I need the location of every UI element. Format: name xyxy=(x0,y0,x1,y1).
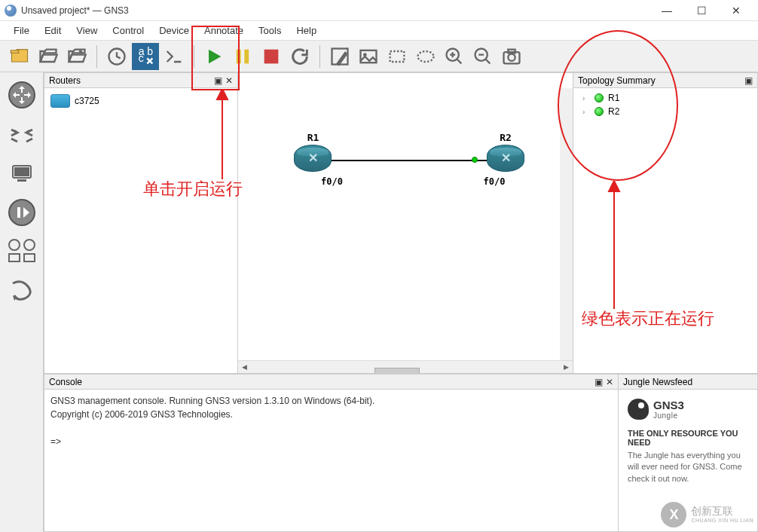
panel-close-icon[interactable]: ✕ xyxy=(606,377,613,387)
svg-rect-26 xyxy=(24,254,35,261)
status-running-icon xyxy=(594,93,604,102)
topology-summary-title: Topology Summary xyxy=(578,75,656,86)
menu-bar: File Edit View Control Device Annotate T… xyxy=(0,21,758,41)
panel-detach-icon[interactable]: ▣ xyxy=(744,75,753,86)
newsfeed-text: The Jungle has everything you will ever … xyxy=(628,450,748,485)
svg-rect-22 xyxy=(17,207,20,218)
routers-category-button[interactable] xyxy=(5,78,38,112)
node-r1[interactable]: R1 f0/0 xyxy=(283,132,343,187)
topology-canvas[interactable]: R1 f0/0 R2 f0/0 ◀ ▶ xyxy=(238,72,573,374)
router-device-icon xyxy=(487,145,524,172)
menu-control[interactable]: Control xyxy=(105,25,151,36)
scroll-right-icon[interactable]: ▶ xyxy=(560,361,573,374)
menu-view[interactable]: View xyxy=(69,25,105,36)
title-bar: Unsaved project* — GNS3 — ☐ ✕ xyxy=(0,0,758,21)
pause-button[interactable] xyxy=(229,43,256,70)
newsfeed-headline: THE ONLY RESOURCE YOU NEED xyxy=(628,429,748,447)
console-panel: Console ▣ ✕ GNS3 management console. Run… xyxy=(44,374,619,532)
watermark-line2: CHUANG XIN HU LIAN xyxy=(691,518,753,524)
node-r1-label: R1 xyxy=(283,132,343,143)
node-r2-port: f0/0 xyxy=(464,176,524,187)
panel-detach-icon[interactable]: ▣ xyxy=(214,75,222,86)
all-devices-category-button[interactable] xyxy=(5,235,38,268)
node-r1-port: f0/0 xyxy=(321,176,343,187)
menu-file[interactable]: File xyxy=(6,25,37,36)
router-template-item[interactable]: c3725 xyxy=(47,91,234,111)
watermark: 创新互联 CHUANG XIN HU LIAN xyxy=(661,502,753,527)
gns3-jungle-logo: GNS3 Jungle xyxy=(619,390,757,429)
menu-help[interactable]: Help xyxy=(289,25,324,36)
svg-rect-20 xyxy=(17,179,26,182)
summary-item-r1[interactable]: › R1 xyxy=(576,91,754,105)
status-running-icon xyxy=(594,107,604,116)
new-project-button[interactable] xyxy=(6,43,33,70)
expand-icon[interactable]: › xyxy=(582,94,590,102)
node-r2[interactable]: R2 f0/0 xyxy=(487,132,524,187)
chameleon-icon xyxy=(628,399,649,420)
console-panel-header[interactable]: Console ▣ ✕ xyxy=(44,375,618,390)
watermark-line1: 创新互联 xyxy=(691,505,753,518)
menu-device[interactable]: Device xyxy=(151,25,197,36)
router-template-name: c3725 xyxy=(75,96,99,106)
draw-ellipse-button[interactable] xyxy=(412,43,439,70)
svg-rect-25 xyxy=(9,254,20,261)
save-project-button[interactable] xyxy=(63,43,90,70)
start-button[interactable] xyxy=(200,43,228,70)
zoom-in-button[interactable] xyxy=(441,43,468,70)
expand-icon[interactable]: › xyxy=(582,108,590,116)
menu-tools[interactable]: Tools xyxy=(251,25,289,36)
newsfeed-panel-title: Jungle Newsfeed xyxy=(623,377,692,387)
newsfeed-panel-header[interactable]: Jungle Newsfeed xyxy=(619,375,757,390)
svg-rect-6 xyxy=(264,49,279,63)
summary-item-label: R2 xyxy=(608,106,619,117)
zoom-out-button[interactable] xyxy=(469,43,497,70)
switches-category-button[interactable] xyxy=(5,118,38,151)
draw-rectangle-button[interactable] xyxy=(384,43,411,70)
router-icon xyxy=(50,94,70,108)
svg-rect-4 xyxy=(237,49,241,63)
open-project-button[interactable] xyxy=(35,43,62,70)
topology-summary-panel: Topology Summary ▣ › R1 › R2 xyxy=(573,72,758,374)
svg-point-23 xyxy=(9,240,20,250)
minimize-button[interactable]: — xyxy=(649,0,684,21)
topology-summary-header[interactable]: Topology Summary ▣ xyxy=(573,73,757,88)
maximize-button[interactable]: ☐ xyxy=(684,0,719,21)
svg-rect-5 xyxy=(244,49,249,63)
routers-panel-header[interactable]: Routers ▣ ✕ xyxy=(44,73,237,88)
watermark-icon xyxy=(661,502,686,527)
app-icon xyxy=(5,5,17,17)
panel-close-icon[interactable]: ✕ xyxy=(225,75,233,86)
console-output[interactable]: GNS3 management console. Running GNS3 ve… xyxy=(44,390,618,453)
scroll-left-icon[interactable]: ◀ xyxy=(238,361,251,374)
security-devices-category-button[interactable] xyxy=(5,196,38,229)
add-link-button[interactable] xyxy=(5,274,38,307)
canvas-scrollbar-vertical[interactable] xyxy=(560,88,573,360)
console-prompt: => xyxy=(50,435,612,448)
snapshot-button[interactable] xyxy=(103,43,130,70)
stop-button[interactable] xyxy=(258,43,285,70)
svg-point-21 xyxy=(9,200,35,225)
router-device-icon xyxy=(294,145,332,172)
menu-annotate[interactable]: Annotate xyxy=(197,25,251,36)
insert-image-button[interactable] xyxy=(355,43,382,70)
console-all-button[interactable] xyxy=(160,43,188,70)
svg-point-15 xyxy=(508,54,515,60)
menu-edit[interactable]: Edit xyxy=(37,25,69,36)
summary-item-r2[interactable]: › R2 xyxy=(576,105,754,118)
window-title: Unsaved project* — GNS3 xyxy=(21,5,129,16)
end-devices-category-button[interactable] xyxy=(5,157,38,190)
link-endpoint-r2 xyxy=(472,157,478,163)
routers-panel-title: Routers xyxy=(49,75,81,86)
svg-point-24 xyxy=(24,240,35,250)
add-note-button[interactable] xyxy=(326,43,353,70)
screenshot-button[interactable] xyxy=(498,43,525,70)
panel-detach-icon[interactable]: ▣ xyxy=(594,377,603,387)
svg-rect-10 xyxy=(390,51,405,62)
console-panel-title: Console xyxy=(49,377,82,387)
close-button[interactable]: ✕ xyxy=(719,0,753,21)
reload-button[interactable] xyxy=(286,43,313,70)
canvas-scrollbar-horizontal[interactable]: ◀ ▶ xyxy=(238,360,573,373)
newsfeed-sub: Jungle xyxy=(653,411,684,420)
show-labels-button[interactable]: a bc xyxy=(132,43,159,70)
device-toolbar xyxy=(0,72,44,532)
